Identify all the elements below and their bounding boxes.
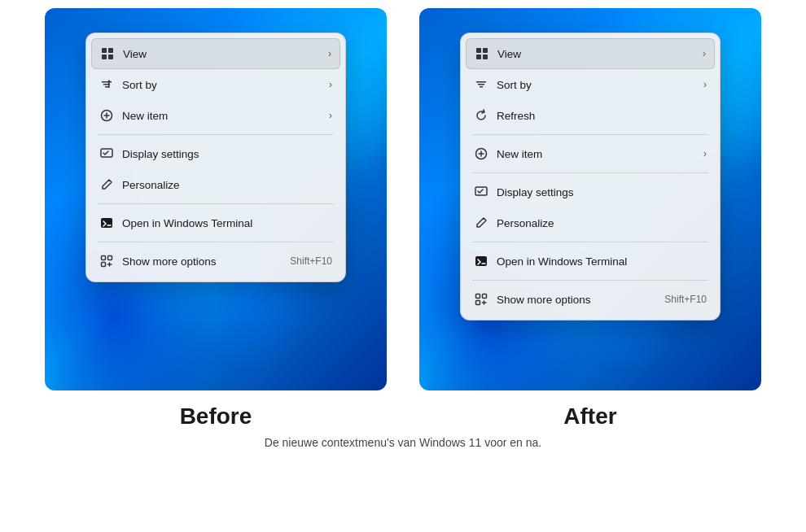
svg-rect-10	[102, 256, 106, 260]
after-sep4	[472, 280, 708, 281]
after-sep2	[472, 172, 708, 173]
svg-rect-25	[476, 301, 480, 305]
after-menu-item-sort[interactable]: Sort by ›	[466, 69, 715, 100]
terminal-icon-after	[474, 254, 488, 268]
svg-rect-3	[108, 55, 113, 59]
before-menu-item-sort[interactable]: Sort by ›	[91, 69, 340, 100]
after-view-label: View	[497, 48, 694, 60]
panels-row: View › Sort by ›	[0, 8, 806, 430]
display-icon	[99, 146, 114, 161]
before-sep3	[98, 242, 334, 242]
display-icon-after	[474, 185, 488, 199]
after-sort-label: Sort by	[497, 79, 695, 91]
before-personalize-label: Personalize	[122, 179, 332, 191]
grid-icon	[100, 46, 115, 61]
page-caption: De nieuwe contextmenu's van Windows 11 v…	[265, 436, 541, 457]
after-menu-item-view[interactable]: View ›	[466, 38, 715, 69]
before-sort-label: Sort by	[122, 79, 321, 91]
after-terminal-label: Open in Windows Terminal	[497, 255, 707, 268]
after-panel: View › Sort by ›	[419, 8, 761, 430]
before-more-shortcut: Shift+F10	[290, 255, 332, 267]
before-context-menu: View › Sort by ›	[85, 33, 346, 282]
share-icon	[99, 254, 114, 268]
add-circle-icon-after	[474, 146, 488, 161]
before-screenshot: View › Sort by ›	[45, 8, 387, 390]
after-personalize-label: Personalize	[497, 217, 707, 229]
before-view-label: View	[123, 48, 320, 60]
share-icon-after	[474, 292, 488, 307]
before-wallpaper: View › Sort by ›	[45, 8, 387, 390]
after-display-label: Display settings	[497, 186, 707, 198]
sort-icon	[99, 77, 114, 92]
after-sep3	[472, 242, 708, 242]
after-view-chevron: ›	[703, 48, 706, 59]
after-new-chevron: ›	[703, 148, 707, 159]
pen-icon	[99, 177, 114, 192]
after-label: After	[563, 403, 616, 430]
svg-rect-23	[476, 294, 480, 299]
svg-rect-24	[483, 294, 487, 299]
grid-icon-after	[475, 46, 489, 61]
before-sep2	[98, 203, 334, 204]
svg-rect-21	[475, 256, 487, 266]
after-sort-chevron: ›	[703, 79, 707, 90]
svg-rect-16	[483, 55, 488, 59]
after-menu-item-refresh[interactable]: Refresh	[466, 100, 715, 131]
before-menu-item-view[interactable]: View ›	[91, 38, 340, 69]
before-menu-item-display[interactable]: Display settings	[91, 138, 340, 169]
before-new-chevron: ›	[329, 110, 332, 121]
after-more-shortcut: Shift+F10	[664, 294, 707, 305]
svg-rect-14	[483, 48, 488, 53]
pen-icon-after	[474, 216, 488, 230]
svg-rect-12	[102, 263, 106, 267]
before-sort-chevron: ›	[329, 79, 332, 90]
after-wallpaper: View › Sort by ›	[419, 8, 761, 390]
svg-rect-11	[108, 256, 112, 260]
svg-rect-2	[102, 55, 107, 59]
after-menu-item-display[interactable]: Display settings	[466, 177, 715, 207]
after-context-menu: View › Sort by ›	[460, 33, 721, 321]
after-screenshot: View › Sort by ›	[419, 8, 761, 390]
before-panel: View › Sort by ›	[45, 8, 387, 430]
sort-icon-after	[474, 77, 488, 92]
svg-rect-0	[102, 48, 107, 53]
svg-rect-15	[476, 55, 481, 59]
after-menu-item-personalize[interactable]: Personalize	[466, 207, 715, 238]
after-sep1	[472, 134, 708, 135]
add-circle-icon	[99, 108, 114, 123]
main-content: View › Sort by ›	[0, 0, 806, 457]
before-terminal-label: Open in Windows Terminal	[122, 217, 332, 229]
before-new-label: New item	[122, 110, 321, 122]
after-refresh-label: Refresh	[497, 110, 707, 122]
after-more-label: Show more options	[497, 294, 656, 306]
before-view-chevron: ›	[328, 48, 331, 59]
svg-rect-13	[476, 48, 481, 53]
terminal-icon	[99, 216, 114, 230]
after-menu-item-more[interactable]: Show more options Shift+F10	[466, 284, 715, 315]
before-menu-item-more[interactable]: Show more options Shift+F10	[91, 246, 340, 277]
before-display-label: Display settings	[122, 148, 332, 160]
after-menu-item-new[interactable]: New item ›	[466, 138, 715, 169]
svg-rect-1	[108, 48, 113, 53]
refresh-icon	[474, 108, 488, 123]
svg-rect-8	[101, 218, 112, 228]
before-label: Before	[180, 403, 252, 430]
before-menu-item-personalize[interactable]: Personalize	[91, 169, 340, 200]
before-menu-item-new[interactable]: New item ›	[91, 100, 340, 131]
before-sep1	[98, 134, 334, 135]
before-more-label: Show more options	[122, 255, 282, 268]
after-menu-item-terminal[interactable]: Open in Windows Terminal	[466, 246, 715, 277]
after-new-label: New item	[497, 148, 695, 160]
before-menu-item-terminal[interactable]: Open in Windows Terminal	[91, 207, 340, 238]
